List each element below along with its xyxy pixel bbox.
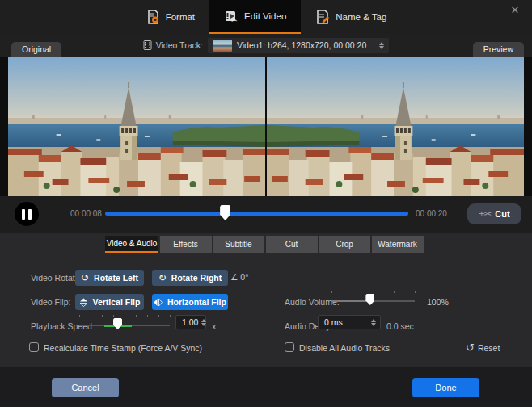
seek-bar[interactable] [105,212,408,216]
audio-delay-spinner[interactable]: 0 ms [318,315,381,329]
video-track-label-wrap: Video Track: [143,40,203,50]
edit-video-dialog: Format ✂ Edit Video Name & Tag ✕ Orig [0,0,532,407]
rotate-right-icon: ↻ [158,273,167,283]
tab-subtitle[interactable]: Subtitle [213,236,264,253]
video-flip-label: Video Flip: [31,297,70,307]
seek-handle[interactable] [220,205,230,220]
playback-speed-slider[interactable] [79,315,170,331]
reset-label: Reset [478,343,500,353]
svg-text:✂: ✂ [231,16,238,23]
rotate-left-button[interactable]: ↺ Rotate Left [75,270,144,286]
vertical-flip-icon [79,298,88,307]
pause-icon [22,209,25,220]
format-icon [146,10,160,24]
speed-handle[interactable] [113,318,122,329]
audio-volume-value: 100% [427,297,449,307]
video-rotate-label: Video Rotate: [31,273,82,283]
select-updown-icon [379,42,384,49]
video-track-label: Video Track: [156,40,203,50]
edit-video-icon: ✂ [224,9,239,23]
tab-crop[interactable]: Crop [319,236,370,253]
recalc-timestamp-checkbox[interactable] [29,342,39,352]
horizontal-flip-icon [154,298,163,307]
tab-name-tag[interactable]: Name & Tag [301,0,401,34]
rotate-angle-value: ∠ 0° [230,272,248,282]
cut-button[interactable]: +✂ Cut [467,204,521,224]
horizontal-flip-button[interactable]: Horizontal Flip [152,294,228,310]
rotate-right-label: Rotate Right [171,273,222,283]
speed-spinner-arrows[interactable] [201,319,206,326]
recalc-timestamp-label: Recalculate Time Stamp (Force A/V Sync) [44,343,202,353]
title-bar: Format ✂ Edit Video Name & Tag ✕ [0,0,532,34]
tab-format-label: Format [166,12,195,22]
tab-edit-video[interactable]: ✂ Edit Video [209,0,301,34]
tab-watermark[interactable]: Watermark [372,236,424,253]
video-track-select[interactable]: Video1: h264, 1280x720, 00:00:20 [208,38,389,53]
name-tag-icon [315,10,330,24]
reset-button[interactable]: ↺ Reset [466,342,500,353]
tab-video-audio[interactable]: Video & Audio [105,236,158,253]
cancel-button[interactable]: Cancel [52,378,119,397]
edit-panel: Video & Audio Effects Subtitle Cut Crop … [0,233,532,367]
total-time: 00:00:20 [416,209,447,218]
video-track-row: Original Video Track: Video1: h264, 1280… [0,34,532,57]
disable-audio-label: Disable All Audio Tracks [299,343,390,353]
volume-handle[interactable] [365,294,374,305]
edit-tabs: Video & Audio Effects Subtitle Cut Crop … [105,236,424,253]
rotate-left-icon: ↺ [81,273,89,283]
playback-speed-unit: x [212,321,216,331]
done-button[interactable]: Done [412,378,479,397]
speed-ticks [79,315,170,318]
footer-bar: Cancel Done [0,367,532,407]
tab-format[interactable]: Format [131,0,209,34]
tab-cut[interactable]: Cut [266,236,318,253]
scissors-icon: +✂ [479,208,491,220]
audio-volume-slider[interactable] [331,291,415,307]
pause-icon [28,209,32,220]
current-time: 00:00:08 [70,209,102,218]
vertical-flip-label: Vertical Flip [93,297,141,307]
vertical-flip-button[interactable]: Vertical Flip [75,294,144,310]
video-preview-area [0,57,532,196]
cut-button-label: Cut [495,209,509,219]
pause-button[interactable] [15,202,39,226]
horizontal-flip-label: Horizontal Flip [167,297,226,307]
delay-spinner-arrows[interactable] [371,319,376,326]
video-thumbnail [213,40,232,52]
tab-effects[interactable]: Effects [160,236,212,253]
preview-label: Preview [473,42,524,57]
tab-edit-video-label: Edit Video [244,11,286,21]
playback-bar: 00:00:08 00:00:20 +✂ Cut [0,196,532,233]
tab-name-tag-label: Name & Tag [336,12,386,22]
video-track-value: Video1: h264, 1280x720, 00:00:20 [237,40,366,50]
playback-speed-value: 1.00 [176,317,198,327]
volume-ticks [331,291,415,294]
video-frame-original[interactable] [8,57,265,196]
audio-delay-sec: 0.0 sec [386,321,414,331]
reset-icon: ↺ [466,342,475,353]
video-frame-preview[interactable] [267,57,524,196]
disable-audio-checkbox[interactable] [285,342,294,352]
film-icon [143,40,152,50]
playback-speed-spinner[interactable]: 1.00 [175,315,206,329]
rotate-right-button[interactable]: ↻ Rotate Right [152,270,228,286]
audio-delay-value: 0 ms [319,317,368,327]
rotate-left-label: Rotate Left [94,273,138,283]
close-icon[interactable]: ✕ [508,3,522,18]
